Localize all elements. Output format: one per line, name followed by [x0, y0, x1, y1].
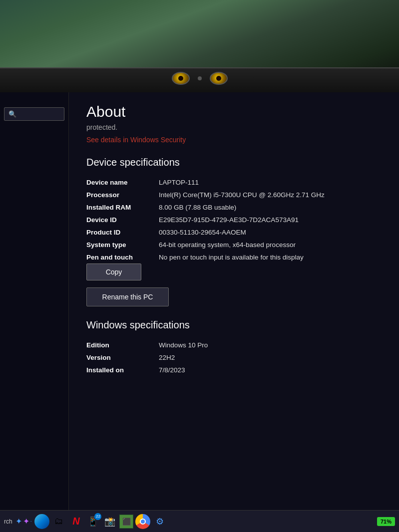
spec-label: Device name	[86, 179, 159, 186]
spec-value: E29E35D7-915D-4729-AE3D-7D2ACA573A91	[159, 216, 382, 224]
windows-spec-value: 7/8/2023	[159, 366, 382, 374]
spec-value: LAPTOP-111	[159, 179, 382, 186]
protected-text: protected.	[86, 123, 382, 131]
taskbar-right: 71%	[377, 517, 395, 526]
sparkle-icon-2: ✦	[23, 517, 29, 526]
sparkle-icon-3: ·	[30, 519, 32, 524]
windows-spec-label: Version	[86, 354, 159, 361]
windows-spec-row: Edition Windows 10 Pro	[86, 339, 382, 351]
settings-page: About protected. See details in Windows …	[86, 103, 382, 376]
webcam-area	[172, 72, 228, 85]
sidebar: 🔍	[0, 92, 69, 510]
whatsapp-icon[interactable]: 📱 22	[85, 514, 100, 529]
spec-value: 64-bit operating system, x64-based proce…	[159, 241, 382, 249]
main-content: About protected. See details in Windows …	[69, 92, 399, 510]
spec-label: Installed RAM	[86, 204, 159, 211]
sparkle-icon: ✦	[15, 517, 22, 526]
netflix-n: N	[72, 516, 79, 527]
whatsapp-badge: 22	[94, 513, 101, 520]
device-specs-title: Device specifications	[86, 157, 382, 168]
spec-row: Product ID 00330-51130-29654-AAOEM	[86, 226, 382, 239]
windows-spec-table: Edition Windows 10 Pro Version 22H2 Inst…	[86, 339, 382, 376]
taskbar: rch ✦ ✦ · 🗂 N 📱 22 📸 ⬛	[0, 510, 399, 532]
windows-spec-row: Installed on 7/8/2023	[86, 364, 382, 376]
gear-icon: ⚙	[156, 516, 164, 527]
spec-row: Device ID E29E35D7-915D-4729-AE3D-7D2ACA…	[86, 214, 382, 226]
spec-table: Device name LAPTOP-111 Processor Intel(R…	[86, 176, 382, 264]
windows-spec-value: 22H2	[159, 354, 382, 361]
spec-row: Installed RAM 8.00 GB (7.88 GB usable)	[86, 201, 382, 214]
windows-spec-label: Installed on	[86, 366, 159, 374]
windows-spec-value: Windows 10 Pro	[159, 341, 382, 349]
security-link[interactable]: See details in Windows Security	[86, 136, 186, 144]
minecraft-icon[interactable]: ⬛	[119, 515, 133, 529]
taskbar-search-area[interactable]: rch	[4, 518, 13, 525]
sidebar-search[interactable]: 🔍	[0, 92, 68, 125]
chrome-center	[140, 519, 146, 525]
taskbar-search-text: rch	[4, 518, 12, 525]
spec-label: Product ID	[86, 229, 159, 236]
spec-label: Processor	[86, 191, 159, 199]
netflix-icon[interactable]: N	[68, 514, 83, 529]
instagram-icon[interactable]: 📸	[102, 514, 117, 529]
spec-value: 00330-51130-29654-AAOEM	[159, 229, 382, 236]
chrome-icon[interactable]	[135, 514, 150, 529]
spec-value: Intel(R) Core(TM) i5-7300U CPU @ 2.60GHz…	[159, 191, 382, 199]
spec-value: No pen or touch input is available for t…	[159, 254, 382, 261]
spec-row: System type 64-bit operating system, x64…	[86, 239, 382, 251]
spec-label: Pen and touch	[86, 254, 159, 261]
battery-indicator: 71%	[377, 517, 395, 526]
settings-taskbar-icon[interactable]: ⚙	[152, 514, 167, 529]
file-explorer-icon[interactable]: 🗂	[51, 514, 66, 529]
page-title: About	[86, 103, 382, 120]
search-icon: 🔍	[8, 110, 16, 118]
copilot-button[interactable]: ✦ ✦ ·	[15, 517, 32, 526]
spec-label: System type	[86, 241, 159, 249]
windows-specs-title: Windows specifications	[86, 319, 382, 331]
spec-value: 8.00 GB (7.88 GB usable)	[159, 204, 382, 211]
right-webcam-eye	[210, 72, 228, 85]
spec-row: Device name LAPTOP-111	[86, 176, 382, 189]
search-box[interactable]: 🔍	[4, 107, 64, 121]
webcam-dot	[198, 76, 202, 80]
spec-row: Pen and touch No pen or touch input is a…	[86, 251, 382, 264]
spec-row: Processor Intel(R) Core(TM) i5-7300U CPU…	[86, 189, 382, 201]
rename-pc-button[interactable]: Rename this PC	[86, 287, 169, 306]
photo-background	[0, 0, 399, 92]
windows-spec-row: Version 22H2	[86, 351, 382, 364]
edge-icon[interactable]	[34, 514, 49, 529]
left-webcam-eye	[172, 72, 190, 85]
spec-label: Device ID	[86, 216, 159, 224]
copy-button[interactable]: Copy	[86, 264, 141, 280]
windows-spec-label: Edition	[86, 341, 159, 349]
